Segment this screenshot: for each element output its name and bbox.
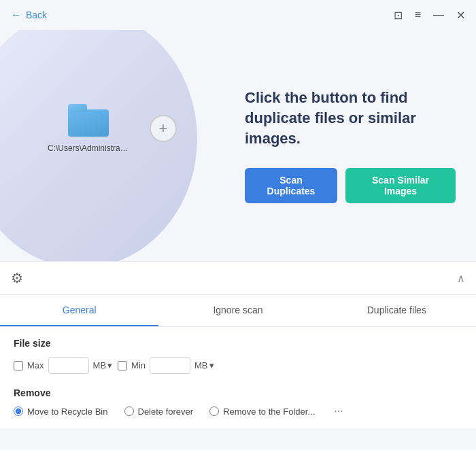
left-panel: C:\Users\Administrator\... + — [0, 30, 224, 261]
min-unit-select[interactable]: MB ▾ — [194, 360, 214, 370]
tab-duplicate-files[interactable]: Duplicate files — [318, 295, 476, 326]
file-size-row: Max MB ▾ Min MB ▾ — [14, 357, 462, 374]
max-size-group: Max MB ▾ — [14, 357, 112, 374]
radio-delete-forever[interactable] — [124, 406, 134, 416]
max-size-input[interactable] — [48, 357, 89, 374]
max-label: Max — [27, 360, 44, 370]
folder-area: C:\Users\Administrator\... + — [48, 104, 177, 153]
menu-icon[interactable]: ≡ — [415, 9, 421, 21]
option-recycle-bin[interactable]: Move to Recycle Bin — [14, 406, 108, 417]
remove-section-title: Remove — [14, 387, 462, 398]
add-folder-button[interactable]: + — [150, 115, 177, 142]
main-area: C:\Users\Administrator\... + Click the b… — [0, 30, 476, 261]
folder-path-label: C:\Users\Administrator\... — [48, 143, 129, 153]
monitor-icon[interactable]: ⊡ — [394, 9, 403, 22]
scan-buttons: Scan Duplicates Scan Similar Images — [245, 168, 456, 203]
collapse-chevron-icon[interactable]: ∧ — [457, 272, 465, 285]
tab-general[interactable]: General — [0, 295, 158, 326]
radio-recycle-bin[interactable] — [14, 406, 23, 416]
min-label: Min — [131, 360, 146, 370]
min-size-group: Min MB ▾ — [118, 357, 214, 374]
scan-duplicates-button[interactable]: Scan Duplicates — [245, 168, 337, 203]
right-panel: Click the button to find duplicate files… — [224, 30, 476, 261]
tab-ignore-scan[interactable]: Ignore scan — [158, 295, 317, 326]
max-size-checkbox[interactable] — [14, 361, 23, 370]
back-label: Back — [26, 10, 47, 20]
option-delete-forever[interactable]: Delete forever — [124, 406, 194, 417]
scan-images-button[interactable]: Scan Similar Images — [345, 168, 456, 203]
back-arrow-icon: ← — [11, 9, 22, 21]
title-bar: ← Back ⊡ ≡ — ✕ — [0, 0, 476, 30]
back-button[interactable]: ← Back — [11, 9, 47, 21]
tab-content-general: File size Max MB ▾ Min MB ▾ — [0, 327, 476, 428]
folder-item: C:\Users\Administrator\... — [48, 104, 129, 153]
window-controls: ⊡ ≡ — ✕ — [394, 9, 465, 22]
minimize-icon[interactable]: — — [433, 9, 444, 21]
file-size-section-title: File size — [14, 338, 462, 349]
close-icon[interactable]: ✕ — [456, 9, 465, 22]
gear-icon[interactable]: ⚙ — [11, 270, 23, 286]
settings-header: ⚙ ∧ — [0, 262, 476, 295]
remove-options-row: Move to Recycle Bin Delete forever Remov… — [14, 405, 462, 417]
promo-text: Click the button to find duplicate files… — [245, 88, 456, 148]
max-unit-select[interactable]: MB ▾ — [93, 360, 113, 370]
radio-remove-folder[interactable] — [209, 406, 219, 416]
settings-area: ⚙ ∧ General Ignore scan Duplicate files … — [0, 261, 476, 428]
more-options-button[interactable]: ··· — [334, 405, 343, 417]
min-size-input[interactable] — [150, 357, 190, 374]
remove-section: Remove Move to Recycle Bin Delete foreve… — [14, 387, 462, 417]
folder-icon — [68, 104, 109, 138]
option-remove-folder[interactable]: Remove to the Folder... — [209, 406, 315, 417]
settings-tabs: General Ignore scan Duplicate files — [0, 295, 476, 327]
min-size-checkbox[interactable] — [118, 361, 127, 370]
